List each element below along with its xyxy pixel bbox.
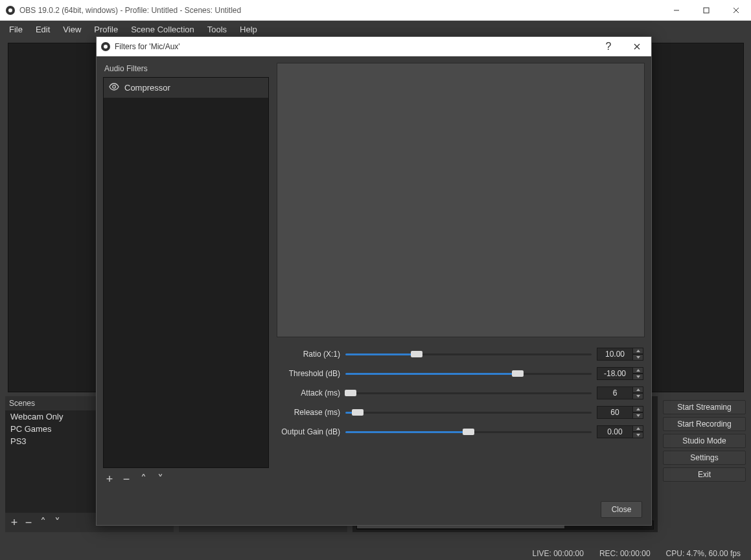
svg-marker-17 <box>636 408 640 410</box>
spin-down-icon[interactable] <box>633 374 643 380</box>
filter-toolbar: + − ˄ ˅ <box>103 468 269 487</box>
prop-row-output-gain: Output Gain (dB) <box>278 425 643 438</box>
svg-marker-11 <box>636 350 640 352</box>
prop-row-attack: Attack (ms) <box>278 386 643 399</box>
filter-properties-form: Ratio (X:1) Threshold (dB) <box>277 345 645 441</box>
svg-marker-20 <box>636 434 640 436</box>
svg-marker-13 <box>636 369 640 372</box>
dialog-help-button[interactable]: ? <box>594 37 623 56</box>
svg-marker-14 <box>636 375 640 378</box>
menu-view[interactable]: View <box>58 23 86 36</box>
ratio-slider[interactable] <box>345 349 592 359</box>
attack-spin[interactable] <box>597 386 643 399</box>
svg-point-10 <box>113 85 116 89</box>
svg-marker-18 <box>636 414 640 417</box>
ratio-spin[interactable] <box>597 348 643 361</box>
ratio-input[interactable] <box>597 348 633 361</box>
status-rec: REC: 00:00:00 <box>599 549 651 558</box>
start-streaming-button[interactable]: Start Streaming <box>663 400 746 414</box>
spin-up-icon[interactable] <box>633 367 643 374</box>
eye-icon[interactable] <box>109 82 119 94</box>
statusbar: LIVE: 00:00:00 REC: 00:00:00 CPU: 4.7%, … <box>0 547 751 560</box>
prop-row-ratio: Ratio (X:1) <box>278 348 643 361</box>
filter-preview <box>277 63 645 337</box>
output-gain-slider[interactable] <box>345 427 592 437</box>
app-icon <box>5 5 16 16</box>
minimize-button[interactable] <box>662 0 691 21</box>
status-cpu: CPU: 4.7%, 60.00 fps <box>666 549 741 558</box>
release-slider[interactable] <box>345 407 592 418</box>
prop-label: Threshold (dB) <box>278 369 340 378</box>
attack-slider[interactable] <box>345 388 592 398</box>
dialog-close-ok-button[interactable]: Close <box>601 501 642 518</box>
menubar: File Edit View Profile Scene Collection … <box>0 21 751 38</box>
filter-list[interactable]: Compressor <box>103 77 269 468</box>
move-up-icon[interactable]: ˄ <box>138 472 148 486</box>
menu-help[interactable]: Help <box>235 23 262 36</box>
exit-button[interactable]: Exit <box>663 467 746 482</box>
threshold-slider[interactable] <box>345 368 592 379</box>
menu-profile[interactable]: Profile <box>89 23 123 36</box>
add-icon[interactable]: + <box>9 516 19 530</box>
prop-row-threshold: Threshold (dB) <box>278 367 643 380</box>
svg-point-7 <box>104 45 108 49</box>
status-live: LIVE: 00:00:00 <box>532 549 583 558</box>
main-window-titlebar: OBS 19.0.2 (64bit, windows) - Profile: U… <box>0 0 751 21</box>
prop-label: Attack (ms) <box>278 388 340 398</box>
prop-label: Output Gain (dB) <box>278 427 340 436</box>
svg-marker-12 <box>636 356 640 359</box>
dialog-icon <box>100 41 111 52</box>
maximize-button[interactable] <box>691 0 721 21</box>
window-controls <box>662 0 751 21</box>
prop-label: Ratio (X:1) <box>278 350 340 359</box>
attack-input[interactable] <box>597 386 633 399</box>
output-gain-input[interactable] <box>597 425 633 438</box>
controls-column: Start Streaming Start Recording Studio M… <box>663 396 746 532</box>
spin-up-icon[interactable] <box>633 406 643 412</box>
prop-row-release: Release (ms) <box>278 406 643 419</box>
menu-file[interactable]: File <box>4 23 28 36</box>
svg-marker-15 <box>636 388 640 391</box>
move-down-icon[interactable]: ˅ <box>52 515 62 530</box>
svg-marker-19 <box>636 427 640 430</box>
menu-scene-collection[interactable]: Scene Collection <box>126 23 200 36</box>
filter-list-pane: Audio Filters Compressor + − ˄ ˅ <box>103 63 269 487</box>
settings-button[interactable]: Settings <box>663 451 746 465</box>
dialog-titlebar: Filters for 'Mic/Aux' ? <box>97 37 651 56</box>
main-window-title: OBS 19.0.2 (64bit, windows) - Profile: U… <box>19 6 662 15</box>
dialog-close-button[interactable] <box>623 37 651 56</box>
filter-item[interactable]: Compressor <box>104 78 268 98</box>
dialog-footer: Close <box>97 494 651 525</box>
spin-down-icon[interactable] <box>633 432 643 438</box>
release-spin[interactable] <box>597 406 643 419</box>
remove-icon[interactable]: − <box>23 516 34 530</box>
spin-up-icon[interactable] <box>633 386 643 393</box>
filters-dialog: Filters for 'Mic/Aux' ? Audio Filters Co… <box>96 36 652 526</box>
filter-name: Compressor <box>124 83 170 93</box>
threshold-input[interactable] <box>597 367 633 380</box>
menu-tools[interactable]: Tools <box>202 23 232 36</box>
move-up-icon[interactable]: ˄ <box>38 515 48 530</box>
start-recording-button[interactable]: Start Recording <box>663 417 746 431</box>
threshold-spin[interactable] <box>597 367 643 380</box>
prop-label: Release (ms) <box>278 408 340 417</box>
close-button[interactable] <box>721 0 751 21</box>
svg-point-1 <box>8 8 12 12</box>
spin-down-icon[interactable] <box>633 412 643 419</box>
menu-edit[interactable]: Edit <box>30 23 55 36</box>
add-icon[interactable]: + <box>104 473 115 486</box>
spin-up-icon[interactable] <box>633 425 643 432</box>
remove-icon[interactable]: − <box>121 473 132 486</box>
audio-filters-label: Audio Filters <box>103 63 269 77</box>
move-down-icon[interactable]: ˅ <box>155 472 165 486</box>
output-gain-spin[interactable] <box>597 425 643 438</box>
spin-up-icon[interactable] <box>633 348 643 354</box>
spin-down-icon[interactable] <box>633 354 643 361</box>
svg-rect-3 <box>704 8 709 13</box>
spin-down-icon[interactable] <box>633 393 643 399</box>
release-input[interactable] <box>597 406 633 419</box>
studio-mode-button[interactable]: Studio Mode <box>663 434 746 448</box>
dialog-title: Filters for 'Mic/Aux' <box>115 42 594 51</box>
filter-properties-pane: Ratio (X:1) Threshold (dB) <box>277 63 645 487</box>
svg-marker-16 <box>636 395 640 398</box>
